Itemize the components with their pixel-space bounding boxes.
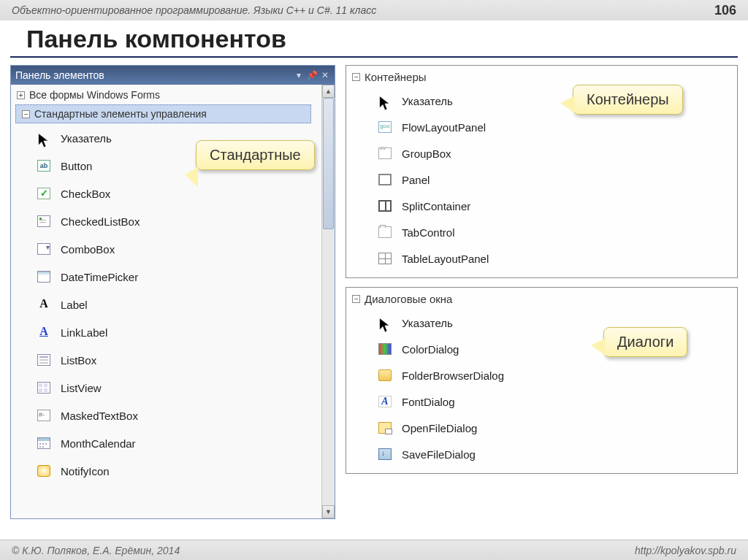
list-item[interactable]: Panel <box>352 166 731 193</box>
item-label: ColorDialog <box>402 343 459 356</box>
item-label: LinkLabel <box>61 326 107 339</box>
list-item[interactable]: ALabel <box>11 291 321 318</box>
ab-icon: ab <box>37 159 50 172</box>
list-item[interactable]: FolderBrowserDialog <box>352 362 731 388</box>
toolbox-title: Панель элементов <box>15 69 104 81</box>
list-item[interactable]: gooFlowLayoutPanel <box>352 114 731 140</box>
list-item[interactable]: MonthCalendar <box>11 429 321 457</box>
scroll-up-icon[interactable]: ▲ <box>322 85 335 98</box>
scrollbar[interactable]: ▲ ▼ <box>321 85 335 518</box>
masked-icon: #- <box>37 409 50 422</box>
minus-icon[interactable]: − <box>352 73 360 81</box>
callout-containers: Контейнеры <box>573 85 683 115</box>
table-icon <box>378 252 392 265</box>
list-item[interactable]: #-MaskedTextBox <box>11 402 321 429</box>
toolbox-panel: Панель элементов ▾ 📌 ✕ + Все формы Windo… <box>10 65 335 519</box>
item-label: SplitContainer <box>402 200 470 212</box>
page-number: 106 <box>714 3 736 18</box>
A-icon: A <box>37 298 50 311</box>
item-label: MonthCalendar <box>61 437 136 450</box>
tab-icon <box>378 226 392 239</box>
dialogs-panel: − Диалоговые окна УказательColorDialogFo… <box>346 287 738 474</box>
callout-standard: Стандартные <box>196 140 315 170</box>
list-item[interactable]: TableLayoutPanel <box>352 245 731 272</box>
item-label: Указатель <box>402 95 453 107</box>
list-item[interactable]: AFontDialog <box>352 388 731 415</box>
item-label: DateTimePicker <box>61 271 138 283</box>
group-standard[interactable]: − Стандартные элементы управления <box>15 104 311 123</box>
dropdown-icon[interactable]: ▾ <box>294 70 304 80</box>
list-item[interactable]: ALinkLabel <box>11 318 321 346</box>
item-label: Panel <box>402 174 430 186</box>
list-item[interactable]: SplitContainer <box>352 193 731 219</box>
item-label: Указатель <box>402 317 453 329</box>
item-label: FontDialog <box>402 396 455 408</box>
item-label: CheckedListBox <box>61 215 140 228</box>
list-item[interactable]: CheckedListBox <box>11 207 321 235</box>
item-label: Label <box>61 299 88 311</box>
minus-icon[interactable]: − <box>22 110 30 118</box>
slide-title: Панель компонентов <box>0 20 748 56</box>
item-label: ListView <box>61 382 102 394</box>
list-item[interactable]: SaveFileDialog <box>352 441 731 467</box>
item-label: FolderBrowserDialog <box>402 369 504 382</box>
title-rule <box>10 56 738 58</box>
callout-dialogs: Диалоги <box>603 327 687 357</box>
panel-icon <box>378 173 392 186</box>
pin-icon[interactable]: 📌 <box>307 70 317 80</box>
item-label: GroupBox <box>402 147 451 160</box>
listbox-icon <box>37 353 50 367</box>
subject: Объектно-ориентированное программировани… <box>12 4 376 16</box>
item-label: FlowLayoutPanel <box>402 121 486 134</box>
item-label: MaskedTextBox <box>61 410 138 422</box>
folder-icon <box>378 369 392 382</box>
plus-icon[interactable]: + <box>17 91 25 99</box>
open-icon <box>378 421 392 434</box>
listview-icon <box>37 381 50 394</box>
clb-icon <box>37 215 50 228</box>
item-label: Указатель <box>61 132 112 145</box>
combo-icon <box>37 242 50 256</box>
section-title: Диалоговые окна <box>365 293 452 305</box>
section-title: Контейнеры <box>365 71 427 83</box>
item-label: CheckBox <box>61 188 110 200</box>
close-icon[interactable]: ✕ <box>320 70 330 80</box>
color-icon <box>378 342 392 356</box>
list-item[interactable]: ✓CheckBox <box>11 180 321 207</box>
list-item[interactable]: ListView <box>11 374 321 402</box>
date-icon <box>37 270 50 283</box>
scroll-down-icon[interactable]: ▼ <box>322 505 335 518</box>
list-item[interactable]: DateTimePicker <box>11 263 321 291</box>
group-all-forms[interactable]: + Все формы Windows Forms <box>11 86 321 104</box>
toolbox-titlebar: Панель элементов ▾ 📌 ✕ <box>11 66 335 85</box>
item-label: ComboBox <box>61 243 115 256</box>
font-icon: A <box>378 395 392 408</box>
pointer-icon <box>378 316 392 329</box>
item-label: SaveFileDialog <box>402 448 476 461</box>
item-label: NotifyIcon <box>61 465 110 477</box>
list-item[interactable]: ListBox <box>11 346 321 374</box>
save-icon <box>378 448 392 461</box>
footer: © К.Ю. Поляков, Е.А. Ерёмин, 2014 http:/… <box>0 540 748 560</box>
group-label: Все формы Windows Forms <box>29 89 160 101</box>
list-item[interactable]: ComboBox <box>11 235 321 263</box>
item-label: TabControl <box>402 226 455 239</box>
item-label: ListBox <box>61 354 96 367</box>
group-icon <box>378 147 392 160</box>
group-label: Стандартные элементы управления <box>34 108 207 120</box>
footer-url: http://kpolyakov.spb.ru <box>635 545 736 556</box>
scroll-thumb[interactable] <box>323 98 334 229</box>
minus-icon[interactable]: − <box>352 295 360 303</box>
pointer-icon <box>37 131 50 145</box>
list-item[interactable]: TabControl <box>352 219 731 245</box>
footer-authors: © К.Ю. Поляков, Е.А. Ерёмин, 2014 <box>12 545 180 556</box>
item-label: Button <box>61 160 92 172</box>
split-icon <box>378 199 392 212</box>
month-icon <box>37 437 50 450</box>
list-item[interactable]: OpenFileDialog <box>352 415 731 441</box>
flow-icon: goo <box>378 120 392 134</box>
list-item[interactable]: NotifyIcon <box>11 457 321 485</box>
item-label: TableLayoutPanel <box>402 253 489 265</box>
Au-icon: A <box>37 326 50 339</box>
list-item[interactable]: GroupBox <box>352 140 731 166</box>
